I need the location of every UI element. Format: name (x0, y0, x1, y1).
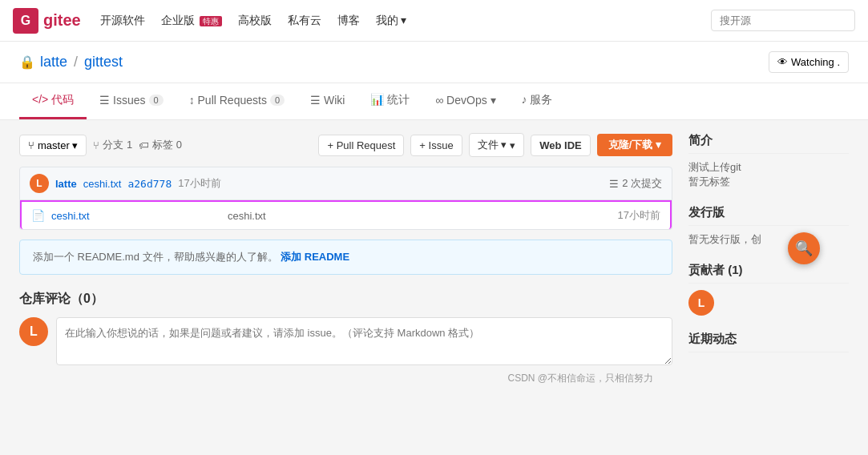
sidebar-contributors-title: 贡献者 (1) (688, 263, 849, 284)
nav-search-area (711, 10, 855, 31)
file-list: 📄 ceshi.txt ceshi.txt 17小时前 (19, 200, 672, 230)
eye-icon: 👁 (777, 56, 788, 68)
tab-devops[interactable]: ∞ DevOps ▾ (422, 84, 508, 119)
content-left: ⑂ master ▾ ⑂ 分支 1 🏷 标签 0 + Pull Request … (19, 133, 672, 392)
commit-time: 17小时前 (178, 176, 220, 191)
web-ide-button[interactable]: Web IDE (531, 135, 591, 156)
commit-file: ceshi.txt (83, 178, 122, 190)
sidebar-activity-title: 近期动态 (688, 332, 849, 352)
sidebar-activity: 近期动态 (688, 332, 849, 352)
repo-tabs: </> 代码 ☰ Issues 0 ↕ Pull Requests 0 ☰ Wi… (0, 83, 868, 120)
file-name[interactable]: ceshi.txt (51, 210, 212, 222)
tab-wiki[interactable]: ☰ Wiki (297, 84, 357, 119)
commit-author[interactable]: latte (55, 178, 77, 190)
commit-count-icon: ☰ (609, 178, 619, 190)
pull-request-button[interactable]: + Pull Request (318, 135, 404, 156)
sidebar-intro: 简介 测试上传git 暂无标签 (688, 133, 849, 189)
file-message: ceshi.txt (228, 210, 618, 222)
lock-icon: 🔒 (19, 54, 35, 70)
tag-count: 🏷 标签 0 (139, 138, 182, 152)
clone-button[interactable]: 克隆/下载 ▾ (597, 134, 672, 156)
nav-blog[interactable]: 博客 (337, 14, 360, 28)
repo-title: 🔒 latte / gittest (19, 54, 123, 70)
comments-section: 仓库评论（0） L (19, 291, 672, 365)
comment-input-area: L (19, 317, 672, 365)
commit-hash[interactable]: a26d778 (127, 178, 172, 190)
nav-items: 开源软件 企业版 特惠 高校版 私有云 博客 我的 ▾ (100, 14, 692, 28)
repo-owner-link[interactable]: latte (40, 54, 67, 70)
commit-count: ☰ 2 次提交 (609, 176, 662, 191)
readme-notice: 添加一个 README.md 文件，帮助感兴趣的人了解。 添加 README (19, 240, 672, 275)
comment-textarea[interactable] (56, 317, 672, 365)
add-readme-link[interactable]: 添加 README (281, 251, 349, 263)
sidebar-tag-text: 暂无标签 (688, 175, 849, 189)
repo-toolbar: ⑂ master ▾ ⑂ 分支 1 🏷 标签 0 + Pull Request … (19, 133, 672, 157)
branch-count: ⑂ 分支 1 (93, 138, 132, 152)
repo-header: 🔒 latte / gittest 👁 Watching . (0, 42, 868, 83)
enterprise-badge: 特惠 (200, 16, 222, 26)
tab-stats[interactable]: 📊 统计 (357, 83, 422, 119)
tab-code[interactable]: </> 代码 (19, 83, 87, 119)
commit-author-avatar: L (30, 174, 49, 193)
search-input[interactable] (711, 10, 855, 31)
tab-services[interactable]: ♪ 服务 (509, 83, 566, 119)
content-right: 简介 测试上传git 暂无标签 发行版 暂无发行版，创 贡献者 (1) L 近期… (688, 133, 849, 392)
logo-icon: G (13, 8, 38, 34)
file-time: 17小时前 (618, 208, 660, 223)
sidebar-releases: 发行版 暂无发行版，创 (688, 205, 849, 247)
file-icon: 📄 (31, 209, 45, 222)
repo-name-link[interactable]: gittest (84, 54, 123, 70)
nav-university[interactable]: 高校版 (238, 14, 272, 28)
comments-title: 仓库评论（0） (19, 291, 672, 308)
branch-selector[interactable]: ⑂ master ▾ (19, 135, 87, 156)
nav-private-cloud[interactable]: 私有云 (288, 14, 321, 28)
nav-mine[interactable]: 我的 ▾ (376, 14, 407, 28)
main-content: ⑂ master ▾ ⑂ 分支 1 🏷 标签 0 + Pull Request … (0, 120, 868, 405)
sidebar-release-title: 发行版 (688, 205, 849, 226)
comment-user-avatar: L (19, 317, 48, 346)
sidebar-release-text: 暂无发行版，创 (688, 232, 849, 247)
sidebar-contributors: 贡献者 (1) L (688, 263, 849, 316)
logo-text: gitee (43, 11, 81, 30)
tag-icon: 🏷 (139, 139, 149, 151)
sidebar-intro-title: 简介 (688, 133, 849, 154)
issue-button[interactable]: + Issue (410, 135, 462, 156)
search-icon: 🔍 (795, 240, 813, 257)
table-row[interactable]: 📄 ceshi.txt ceshi.txt 17小时前 (20, 200, 672, 229)
branch-count-icon: ⑂ (93, 139, 99, 151)
watching-button[interactable]: 👁 Watching . (769, 51, 849, 73)
floating-search-button[interactable]: 🔍 (788, 232, 820, 264)
branch-icon: ⑂ (28, 139, 34, 151)
file-button[interactable]: 文件 ▾ ▾ (469, 133, 525, 157)
sidebar-intro-text: 测试上传git (688, 160, 849, 175)
nav-enterprise[interactable]: 企业版 特惠 (161, 14, 222, 28)
watermark: CSDN @不相信命运，只相信努力 (19, 365, 672, 392)
commit-bar: L latte ceshi.txt a26d778 17小时前 ☰ 2 次提交 (19, 167, 672, 200)
contributor-avatar[interactable]: L (688, 290, 714, 316)
tab-issues[interactable]: ☰ Issues 0 (87, 84, 176, 119)
chevron-down-icon: ▾ (510, 139, 515, 151)
logo[interactable]: G gitee (13, 8, 81, 34)
top-nav: G gitee 开源软件 企业版 特惠 高校版 私有云 博客 我的 ▾ (0, 0, 868, 42)
nav-opensource[interactable]: 开源软件 (100, 14, 145, 28)
tab-pull-requests[interactable]: ↕ Pull Requests 0 (176, 84, 297, 119)
